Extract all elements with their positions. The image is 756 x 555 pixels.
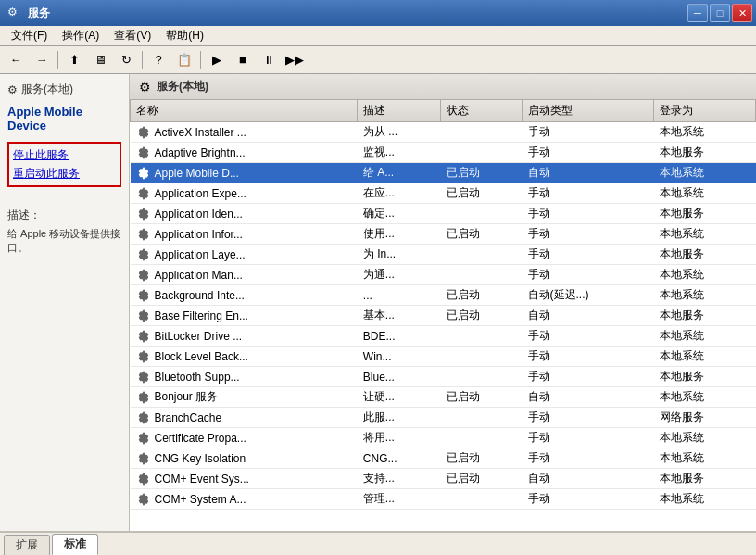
service-icon (136, 247, 151, 262)
service-name-text: Application Man... (155, 269, 243, 282)
panel-header-title: 服务(本地) (157, 79, 208, 95)
cell-name: COM+ Event Sys... (131, 469, 358, 489)
cell-status: 已启动 (441, 224, 523, 245)
cell-status: 已启动 (441, 163, 523, 183)
minimize-button[interactable]: ─ (687, 4, 708, 22)
table-row[interactable]: ActiveX Installer ... 为从 ... 手动 本地系统 (131, 122, 756, 143)
stop-service-link[interactable]: 停止此服务 (13, 147, 116, 163)
table-row[interactable]: BranchCache 此服... 手动 网络服务 (131, 408, 756, 428)
table-row[interactable]: Application Laye... 为 In... 手动 本地服务 (131, 245, 756, 265)
table-row[interactable]: Certificate Propa... 将用... 手动 本地系统 (131, 428, 756, 448)
close-button[interactable]: ✕ (732, 4, 752, 22)
service-icon (136, 472, 151, 486)
cell-name: Bluetooth Supp... (131, 367, 358, 387)
restart-service-link[interactable]: 重启动此服务 (13, 166, 116, 182)
service-name-text: Base Filtering En... (155, 309, 248, 322)
cell-desc: Blue... (358, 367, 441, 387)
service-name-text: COM+ Event Sys... (155, 473, 249, 486)
cell-name: Application Infor... (131, 224, 358, 245)
cell-desc: 监视... (358, 143, 441, 163)
back-button[interactable]: ← (4, 49, 28, 71)
cell-login: 本地服务 (654, 143, 756, 163)
table-row[interactable]: Bluetooth Supp... Blue... 手动 本地服务 (131, 367, 756, 387)
tab-standard[interactable]: 标准 (52, 534, 98, 555)
table-row[interactable]: CNG Key Isolation CNG... 已启动 手动 本地系统 (131, 448, 756, 469)
cell-name: CNG Key Isolation (131, 448, 358, 469)
service-name-text: Bluetooth Supp... (155, 371, 240, 384)
col-startup[interactable]: 启动类型 (523, 100, 654, 122)
cell-status (441, 408, 523, 428)
table-row[interactable]: Bonjour 服务 让硬... 已启动 自动 本地系统 (131, 387, 756, 408)
service-name-text: Block Level Back... (155, 350, 248, 363)
left-panel-header: 服务(本地) (21, 82, 73, 97)
service-icon (136, 329, 151, 344)
cell-status: 已启动 (441, 448, 523, 469)
cell-login: 本地系统 (654, 428, 756, 448)
panel-header-icon: ⚙ (139, 80, 151, 95)
start-button[interactable]: ▶ (205, 49, 229, 71)
cell-status (441, 367, 523, 387)
table-row[interactable]: Apple Mobile D... 给 A... 已启动 自动 本地系统 (131, 163, 756, 183)
cell-login: 本地服务 (654, 245, 756, 265)
left-panel-icon: ⚙ (7, 83, 18, 96)
table-row[interactable]: COM+ System A... 管理... 手动 本地系统 (131, 489, 756, 510)
col-status[interactable]: 状态 (441, 100, 523, 122)
col-name[interactable]: 名称 (131, 100, 358, 122)
show-console-button[interactable]: 🖥 (88, 49, 112, 71)
service-name-text: Application Expe... (155, 187, 246, 200)
tab-extended[interactable]: 扩展 (4, 535, 50, 555)
export-button[interactable]: 📋 (172, 49, 196, 71)
cell-status (441, 347, 523, 367)
service-icon (136, 145, 151, 160)
cell-status (441, 122, 523, 143)
refresh-button[interactable]: ↻ (114, 49, 138, 71)
table-row[interactable]: Application Expe... 在应... 已启动 手动 本地系统 (131, 183, 756, 204)
forward-button[interactable]: → (30, 49, 54, 71)
table-row[interactable]: COM+ Event Sys... 支持... 已启动 自动 本地服务 (131, 469, 756, 489)
table-row[interactable]: Background Inte... ... 已启动 自动(延迟...) 本地系… (131, 285, 756, 306)
table-row[interactable]: Base Filtering En... 基本... 已启动 自动 本地服务 (131, 306, 756, 326)
cell-status (441, 143, 523, 163)
cell-desc: 让硬... (358, 387, 441, 408)
table-row[interactable]: Application Man... 为通... 手动 本地系统 (131, 265, 756, 285)
restart-button[interactable]: ▶▶ (283, 49, 307, 71)
cell-desc: 将用... (358, 428, 441, 448)
up-button[interactable]: ⬆ (62, 49, 86, 71)
cell-status: 已启动 (441, 183, 523, 204)
panel-header: ⚙ 服务(本地) (130, 74, 756, 100)
left-panel: ⚙ 服务(本地) Apple Mobile Device 停止此服务 重启动此服… (0, 74, 130, 531)
col-login[interactable]: 登录为 (654, 100, 756, 122)
maximize-button[interactable]: □ (710, 4, 730, 22)
cell-desc: 此服... (358, 408, 441, 428)
selected-service-name: Apple Mobile Device (7, 105, 121, 132)
menu-view[interactable]: 查看(V) (107, 26, 158, 45)
menu-action[interactable]: 操作(A) (55, 26, 107, 45)
table-row[interactable]: Adaptive Brightn... 监视... 手动 本地服务 (131, 143, 756, 163)
service-icon (136, 410, 151, 425)
menu-help[interactable]: 帮助(H) (158, 26, 211, 45)
menu-file[interactable]: 文件(F) (4, 26, 55, 45)
cell-login: 本地系统 (654, 347, 756, 367)
pause-button[interactable]: ⏸ (257, 49, 281, 71)
cell-startup: 手动 (523, 347, 654, 367)
cell-status (441, 265, 523, 285)
cell-desc: 为通... (358, 265, 441, 285)
cell-startup: 自动(延迟...) (523, 285, 654, 306)
main-area: ⚙ 服务(本地) Apple Mobile Device 停止此服务 重启动此服… (0, 74, 756, 531)
table-row[interactable]: Application Infor... 使用... 已启动 手动 本地系统 (131, 224, 756, 245)
table-row[interactable]: Block Level Back... Win... 手动 本地系统 (131, 347, 756, 367)
service-name-text: Adaptive Brightn... (155, 146, 246, 159)
cell-login: 本地服务 (654, 306, 756, 326)
cell-startup: 手动 (523, 183, 654, 204)
table-row[interactable]: BitLocker Drive ... BDE... 手动 本地系统 (131, 326, 756, 347)
cell-startup: 自动 (523, 387, 654, 408)
cell-login: 本地系统 (654, 163, 756, 183)
table-row[interactable]: Application Iden... 确定... 手动 本地服务 (131, 204, 756, 224)
stop-button[interactable]: ■ (231, 49, 255, 71)
col-desc[interactable]: 描述 (358, 100, 441, 122)
cell-startup: 手动 (523, 408, 654, 428)
help-button[interactable]: ? (146, 49, 170, 71)
cell-name: Block Level Back... (131, 347, 358, 367)
cell-desc: BDE... (358, 326, 441, 347)
services-table-container[interactable]: 名称 描述 状态 启动类型 登录为 ActiveX Installer ... … (130, 100, 756, 531)
